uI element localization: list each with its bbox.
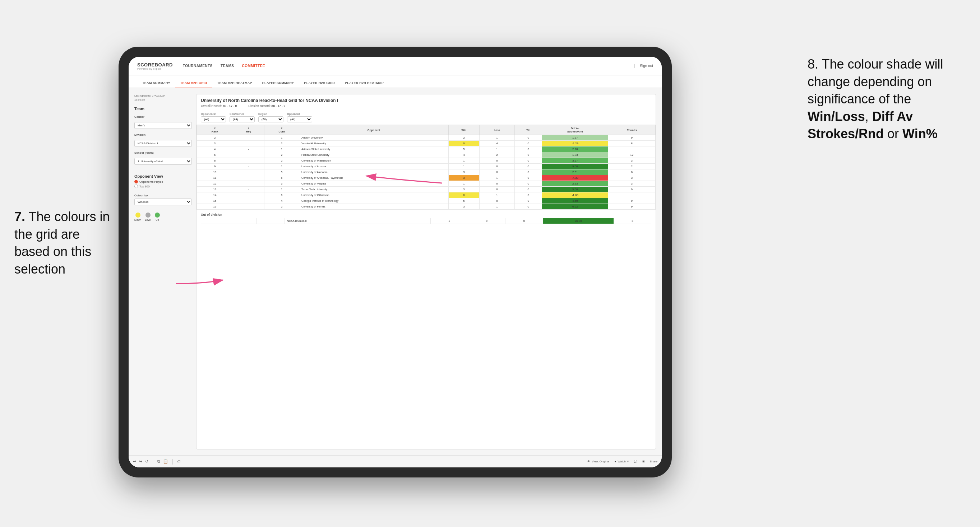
cell-opponent: University of Washington (299, 158, 449, 164)
cell-rank: 4 (197, 146, 233, 152)
radio-top100[interactable]: Top 100 (134, 184, 192, 188)
cell-tie: 0 (515, 170, 542, 175)
radio-opponents-played[interactable]: Opponents Played (134, 180, 192, 183)
cell-conf: 5 (264, 170, 299, 175)
sub-nav: TEAM SUMMARY TEAM H2H GRID TEAM H2H HEAT… (129, 75, 662, 88)
table-row: 14 6 University of Oklahoma 0 1 0 -1.00 (197, 192, 655, 198)
cell-tie: 0 (515, 135, 542, 141)
cell-rounds: 9 (608, 187, 655, 192)
comment-icon[interactable]: 💬 (634, 460, 637, 463)
cell-tie: 0 (515, 198, 542, 204)
ood-cell-rounds: 3 (614, 218, 651, 224)
conference-filter: Conference (All) (229, 113, 255, 122)
col-diff: Diff AvStrokes/Rnd (542, 125, 608, 135)
cell-rank: 11 (197, 175, 233, 181)
cell-diff: 3.67 (542, 158, 608, 164)
cell-win: 0 (449, 141, 480, 146)
tab-team-h2h-heatmap[interactable]: TEAM H2H HEATMAP (212, 81, 257, 88)
ood-cell-win: 1 (430, 218, 468, 224)
cell-reg: - (233, 135, 264, 141)
cell-rounds: 9 (608, 198, 655, 204)
legend-row: Down Level Up (134, 213, 192, 222)
cell-diff: 1.67 (542, 135, 608, 141)
cell-opponent: Auburn University (299, 135, 449, 141)
cell-tie: 0 (515, 158, 542, 164)
col-reg: #Reg (233, 125, 264, 135)
cell-win: 3 (449, 187, 480, 192)
cell-diff: -4.33 (542, 175, 608, 181)
cell-rank: 10 (197, 170, 233, 175)
cell-rank: 8 (197, 158, 233, 164)
cell-loss: 1 (479, 204, 514, 210)
clock-icon[interactable]: ⏱ (177, 460, 181, 464)
copy-icon[interactable]: ⧉ (158, 459, 160, 464)
opponents-filter-select[interactable]: (All) (201, 116, 226, 122)
cell-loss: 0 (479, 181, 514, 187)
tab-player-h2h-grid[interactable]: PLAYER H2H GRID (299, 81, 340, 88)
tab-team-summary[interactable]: TEAM SUMMARY (137, 81, 175, 88)
opponents-filter: Opponents: (All) (201, 113, 226, 122)
cell-reg (233, 175, 264, 181)
cell-win: 2 (449, 135, 480, 141)
cell-loss: 1 (479, 175, 514, 181)
tab-player-summary[interactable]: PLAYER SUMMARY (257, 81, 299, 88)
cell-win: 1 (449, 181, 480, 187)
paste-icon[interactable]: 📋 (163, 459, 168, 464)
cell-reg: - (233, 146, 264, 152)
region-filter: Region (All) (258, 113, 283, 122)
division-select[interactable]: NCAA Division I (134, 140, 192, 147)
conference-filter-select[interactable]: (All) (229, 116, 255, 122)
table-row: 15 4 Georgia Institute of Technology 5 0… (197, 198, 655, 204)
table-row: 3 2 Vanderbilt University 0 4 0 -2.29 8 (197, 141, 655, 146)
annotation-right: 8. The colour shade will change dependin… (808, 56, 966, 143)
undo-icon[interactable]: ↩ (133, 459, 136, 464)
gender-select[interactable]: Men's (134, 122, 192, 129)
refresh-icon[interactable]: ↺ (145, 459, 148, 464)
region-filter-select[interactable]: (All) (258, 116, 283, 122)
watch-button[interactable]: ● Watch ▾ (614, 460, 628, 463)
cell-opponent: Vanderbilt University (299, 141, 449, 146)
grid-title: University of North Carolina Head-to-Hea… (201, 98, 651, 103)
tab-team-h2h-grid[interactable]: TEAM H2H GRID (175, 81, 212, 88)
cell-loss: 1 (479, 135, 514, 141)
cell-diff: 5.56 (542, 187, 608, 192)
cell-reg (233, 141, 264, 146)
opponent-view-group: Opponents Played Top 100 (134, 180, 192, 188)
cell-diff: 4.50 (542, 198, 608, 204)
cell-diff: 2.61 (542, 170, 608, 175)
share-button[interactable]: Share (650, 460, 657, 463)
opponents-filter-label: Opponents: (201, 113, 226, 116)
nav-tournaments[interactable]: TOURNAMENTS (183, 64, 213, 68)
cell-rank: 14 (197, 192, 233, 198)
ood-cell-loss: 0 (468, 218, 506, 224)
cell-rounds: 9 (608, 135, 655, 141)
sign-out[interactable]: Sign out (635, 64, 653, 68)
colour-by-select[interactable]: Win/loss (134, 198, 192, 205)
nav-committee[interactable]: COMMITTEE (242, 64, 266, 68)
opponent-view-title: Opponent View (134, 174, 192, 178)
cell-conf: 1 (264, 135, 299, 141)
cell-tie: 0 (515, 192, 542, 198)
cell-conf: 1 (264, 187, 299, 192)
grid-icon[interactable]: ⊞ (642, 460, 645, 463)
table-row: 6 2 Florida State University 4 2 0 1.83 … (197, 152, 655, 158)
table-row: 9 - 1 University of Arizona 1 0 0 9.00 2 (197, 164, 655, 170)
opponent-filter-select[interactable]: (All) (287, 116, 312, 122)
cell-conf: 2 (264, 158, 299, 164)
tab-player-h2h-heatmap[interactable]: PLAYER H2H HEATMAP (340, 81, 389, 88)
cell-loss: 0 (479, 187, 514, 192)
cell-tie: 0 (515, 187, 542, 192)
nav-teams[interactable]: TEAMS (221, 64, 234, 68)
view-original[interactable]: 👁 View: Original (587, 460, 609, 463)
col-loss: Loss (479, 125, 514, 135)
cell-win: 3 (449, 175, 480, 181)
cell-rank: 3 (197, 141, 233, 146)
cell-rounds: 3 (608, 158, 655, 164)
redo-icon[interactable]: ↪ (139, 459, 142, 464)
annotation-left: 7. The colours in the grid are based on … (14, 208, 119, 278)
school-select[interactable]: 1. University of Nort... (134, 158, 192, 165)
cell-rounds (608, 146, 655, 152)
watch-icon: ● (614, 460, 616, 463)
last-updated: Last Updated: 27/03/2024 16:55:38 (134, 94, 192, 102)
cell-reg (233, 192, 264, 198)
